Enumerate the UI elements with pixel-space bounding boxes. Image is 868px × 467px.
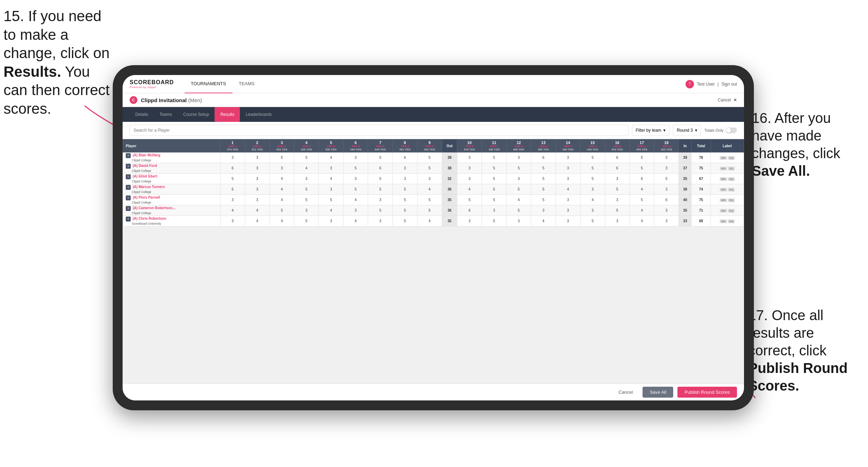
hole-11-score[interactable]: 5	[482, 216, 507, 226]
hole-7-score[interactable]: 3	[368, 195, 393, 205]
hole-18-score[interactable]: 6	[654, 195, 679, 205]
hole-9-score[interactable]: 3	[417, 174, 442, 184]
hole-12-score[interactable]: 4	[507, 195, 531, 205]
hole-4-score[interactable]: 4	[294, 163, 319, 174]
hole-5-score[interactable]: 3	[319, 216, 343, 226]
hole-7-score[interactable]: 6	[368, 163, 393, 174]
hole-18-score[interactable]: 3	[654, 205, 679, 216]
tab-course-setup[interactable]: Course Setup	[178, 107, 215, 122]
nav-item-teams[interactable]: TEAMS	[232, 75, 261, 93]
hole-5-score[interactable]: 5	[319, 195, 343, 205]
hole-9-score[interactable]: 5	[417, 163, 442, 174]
hole-1-score[interactable]: 3	[220, 152, 245, 163]
dq-button[interactable]: DQ	[728, 188, 735, 192]
hole-13-score[interactable]: 5	[531, 195, 556, 205]
hole-15-score[interactable]: 3	[580, 205, 605, 216]
hole-6-score[interactable]: 4	[343, 195, 368, 205]
hole-8-score[interactable]: 3	[392, 163, 417, 174]
hole-5-score[interactable]: 3	[319, 184, 343, 195]
hole-12-score[interactable]: 5	[507, 163, 531, 174]
hole-5-score[interactable]: 4	[319, 205, 343, 216]
hole-1-score[interactable]: 4	[220, 205, 245, 216]
hole-12-score[interactable]: 5	[507, 205, 531, 216]
hole-15-score[interactable]: 4	[580, 195, 605, 205]
hole-13-score[interactable]: 3	[531, 205, 556, 216]
hole-2-score[interactable]: 4	[245, 216, 269, 226]
hole-6-score[interactable]: 3	[343, 174, 368, 184]
hole-17-score[interactable]: 6	[630, 174, 654, 184]
hole-18-score[interactable]: 3	[654, 184, 679, 195]
hole-2-score[interactable]: 3	[245, 184, 269, 195]
hole-5-score[interactable]: 4	[319, 174, 343, 184]
hole-14-score[interactable]: 3	[556, 205, 580, 216]
hole-5-score[interactable]: 3	[319, 163, 343, 174]
hole-14-score[interactable]: 4	[556, 184, 580, 195]
hole-18-score[interactable]: 3	[654, 163, 679, 174]
hole-8-score[interactable]: 5	[392, 205, 417, 216]
cancel-button[interactable]: Cancel	[613, 387, 638, 398]
search-input[interactable]	[130, 125, 628, 136]
hole-7-score[interactable]: 5	[368, 205, 393, 216]
hole-11-score[interactable]: 3	[482, 205, 507, 216]
hole-7-score[interactable]: 5	[368, 184, 393, 195]
hole-11-score[interactable]: 5	[482, 174, 507, 184]
hole-3-score[interactable]: 5	[269, 205, 294, 216]
wd-button[interactable]: WD	[720, 167, 727, 170]
filter-team-dropdown[interactable]: Filter by team ▾	[632, 125, 670, 136]
dq-button[interactable]: DQ	[728, 209, 735, 213]
hole-15-score[interactable]: 3	[580, 184, 605, 195]
hole-3-score[interactable]: 4	[269, 184, 294, 195]
dq-button[interactable]: DQ	[728, 198, 735, 202]
hole-3-score[interactable]: 5	[269, 152, 294, 163]
save-all-button[interactable]: Save All	[643, 387, 673, 398]
hole-18-score[interactable]: 3	[654, 216, 679, 226]
tab-teams[interactable]: Teams	[154, 107, 178, 122]
hole-17-score[interactable]: 4	[630, 184, 654, 195]
hole-11-score[interactable]: 5	[482, 163, 507, 174]
hole-16-score[interactable]: 6	[605, 152, 630, 163]
hole-6-score[interactable]: 4	[343, 216, 368, 226]
publish-round-scores-button[interactable]: Publish Round Scores	[677, 387, 737, 398]
hole-1-score[interactable]: 3	[220, 195, 245, 205]
hole-10-score[interactable]: 3	[457, 152, 482, 163]
hole-10-score[interactable]: 3	[457, 163, 482, 174]
hole-18-score[interactable]: 3	[654, 152, 679, 163]
hole-13-score[interactable]: 5	[531, 174, 556, 184]
hole-8-score[interactable]: 3	[392, 174, 417, 184]
hole-14-score[interactable]: 3	[556, 195, 580, 205]
hole-11-score[interactable]: 5	[482, 184, 507, 195]
hole-17-score[interactable]: 4	[630, 216, 654, 226]
hole-10-score[interactable]: 3	[457, 216, 482, 226]
hole-8-score[interactable]: 5	[392, 216, 417, 226]
hole-5-score[interactable]: 4	[319, 152, 343, 163]
hole-6-score[interactable]: 5	[343, 184, 368, 195]
hole-4-score[interactable]: 5	[294, 216, 319, 226]
hole-8-score[interactable]: 5	[392, 184, 417, 195]
round-dropdown[interactable]: Round 3 ▾	[673, 125, 701, 136]
hole-7-score[interactable]: 5	[368, 152, 393, 163]
hole-12-score[interactable]: 3	[507, 152, 531, 163]
hole-9-score[interactable]: 5	[417, 195, 442, 205]
hole-6-score[interactable]: 3	[343, 152, 368, 163]
hole-13-score[interactable]: 5	[531, 184, 556, 195]
hole-13-score[interactable]: 4	[531, 216, 556, 226]
hole-4-score[interactable]: 5	[294, 152, 319, 163]
hole-6-score[interactable]: 3	[343, 205, 368, 216]
tab-results[interactable]: Results	[215, 107, 240, 122]
hole-9-score[interactable]: 4	[417, 184, 442, 195]
hole-3-score[interactable]: 4	[269, 195, 294, 205]
hole-10-score[interactable]: 6	[457, 205, 482, 216]
wd-button[interactable]: WD	[720, 198, 727, 202]
hole-15-score[interactable]: 5	[580, 174, 605, 184]
cancel-tournament-btn[interactable]: Cancel ✕	[718, 98, 737, 102]
hole-16-score[interactable]: 3	[605, 216, 630, 226]
hole-1-score[interactable]: 3	[220, 216, 245, 226]
hole-11-score[interactable]: 5	[482, 195, 507, 205]
wd-button[interactable]: WD	[720, 209, 727, 213]
hole-1-score[interactable]: 5	[220, 174, 245, 184]
hole-10-score[interactable]: 3	[457, 174, 482, 184]
hole-9-score[interactable]: 5	[417, 205, 442, 216]
hole-4-score[interactable]: 5	[294, 184, 319, 195]
hole-3-score[interactable]: 4	[269, 174, 294, 184]
wd-button[interactable]: WD	[720, 188, 727, 192]
